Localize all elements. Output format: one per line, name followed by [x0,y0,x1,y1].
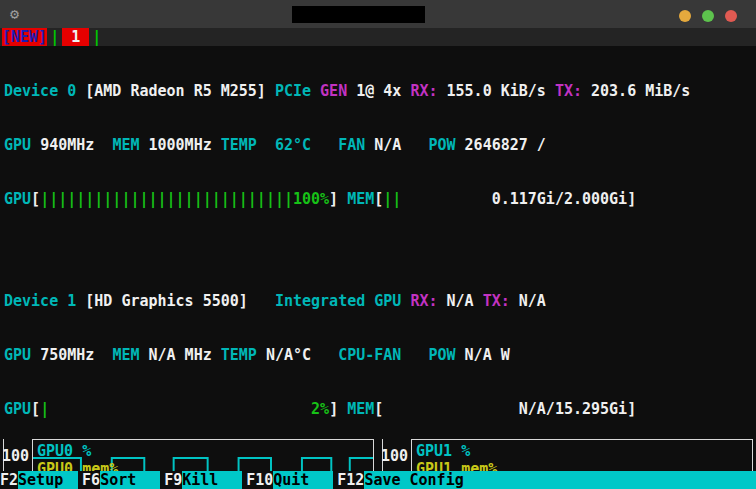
fkey-sort[interactable]: F6Sort [82,471,160,489]
tab-separator: | [50,28,59,46]
tab-separator: | [92,28,101,46]
legend-gpu-pct: GPU0 % [37,442,91,460]
device0-bars-line: GPU[||||||||||||||||||||||||||||100%] ME… [4,190,756,208]
minimize-button[interactable] [679,10,691,22]
gear-icon[interactable]: ⚙ [10,4,19,24]
device1-bars-line: GPU[| 2%] MEM[ N/A/15.295Gi] [4,400,756,418]
device1-header-line: Device 1 [HD Graphics 5500] Integrated G… [4,292,756,310]
window-titlebar: ⚙ [0,0,756,28]
terminal-tab-bar: [NEW]| 1 | [0,28,756,46]
device1-clocks-line: GPU 750MHz MEM N/A MHz TEMP N/A°C CPU-FA… [4,346,756,364]
device-info-section: Device 0 [AMD Radeon R5 M255] PCIe GEN 1… [0,46,756,436]
close-button[interactable] [725,10,737,22]
function-key-bar: F2Setup F6Sort F9Kill F10Quit F12Save Co… [0,471,756,489]
maximize-button[interactable] [702,10,714,22]
tab-new[interactable]: [NEW] [2,28,47,46]
window-title-redacted [292,6,425,23]
device0-clocks-line: GPU 940MHz MEM 1000MHz TEMP 62°C FAN N/A… [4,136,756,154]
fkey-quit[interactable]: F10Quit [246,471,333,489]
fkey-kill[interactable]: F9Kill [164,471,242,489]
fkey-setup[interactable]: F2Setup [0,471,78,489]
tab-1[interactable]: 1 [62,28,89,46]
device0-header-line: Device 0 [AMD Radeon R5 M255] PCIe GEN 1… [4,82,756,100]
blank-line [4,244,756,256]
legend-gpu-pct: GPU1 % [416,442,470,460]
fkey-save-config[interactable]: F12Save Config [337,471,756,489]
